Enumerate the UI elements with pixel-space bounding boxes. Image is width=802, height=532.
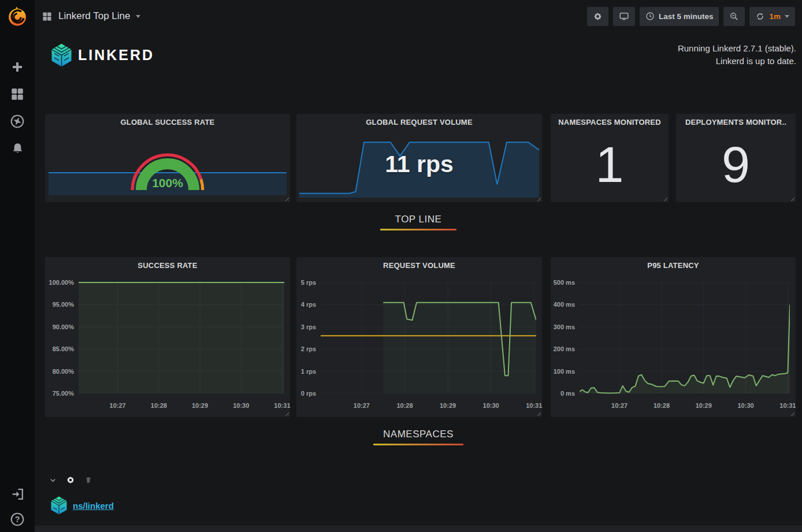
- time-range-button[interactable]: Last 5 minutes: [640, 7, 719, 26]
- panel-namespaces-monitored: NAMESPACES MONITORED 1: [551, 114, 669, 202]
- refresh-interval-label: 1m: [769, 12, 781, 21]
- grafana-logo-icon[interactable]: [5, 4, 29, 28]
- resize-handle[interactable]: [284, 411, 289, 416]
- resize-handle[interactable]: [536, 411, 541, 416]
- plot-area[interactable]: [321, 279, 536, 397]
- panel-title[interactable]: P95 LATENCY: [554, 261, 792, 270]
- dashboard-title-button[interactable]: Linkerd Top Line: [42, 10, 140, 22]
- time-range-label: Last 5 minutes: [659, 12, 714, 21]
- panel-global-success-rate: GLOBAL SUCCESS RATE 100%: [45, 114, 290, 202]
- namespace-link-row: ns/linkerd: [49, 496, 114, 515]
- row-underline: [380, 229, 456, 230]
- brand-label: LINKERD: [78, 47, 154, 64]
- panel-title[interactable]: REQUEST VOLUME: [300, 261, 539, 270]
- row-settings-gear-icon[interactable]: [65, 475, 76, 485]
- big-value: 11 rps: [296, 151, 542, 178]
- panel-global-request-volume: GLOBAL REQUEST VOLUME 11 rps: [296, 114, 542, 202]
- status-line-1: Running Linkerd 2.7.1 (stable).: [678, 42, 796, 55]
- y-axis: 500 ms400 ms300 ms200 ms100 ms0 ms: [551, 279, 580, 397]
- linkerd-logo-icon: [49, 496, 69, 515]
- y-axis: 100.00%95.00%90.00%85.00%80.00%75.00%: [45, 279, 79, 397]
- status-line-2: Linkerd is up to date.: [678, 55, 796, 68]
- plot-area[interactable]: [79, 279, 284, 397]
- row-underline: [373, 444, 463, 445]
- x-axis: 10:2710:2810:2910:3010:31: [79, 402, 284, 411]
- linkerd-logo-icon: [49, 43, 74, 68]
- bottom-strip: [35, 526, 802, 532]
- chevron-down-icon: [785, 15, 789, 18]
- help-icon[interactable]: ?: [9, 511, 25, 527]
- grafana-dashboard: ? Linkerd Top Line: [0, 0, 802, 532]
- panel-request-volume: REQUEST VOLUME 5 rps4 rps3 rps2 rps1 rps…: [296, 257, 542, 417]
- stat-value: 9: [676, 129, 796, 200]
- sign-in-icon[interactable]: [9, 486, 25, 502]
- refresh-icon: [755, 12, 765, 21]
- dashboards-grid-icon[interactable]: [9, 86, 25, 102]
- gauge-value: 100%: [45, 176, 290, 190]
- zoom-out-button[interactable]: [723, 7, 745, 26]
- x-axis: 10:2710:2810:2910:3010:31: [321, 402, 536, 411]
- panel-success-rate: SUCCESS RATE 100.00%95.00%90.00%85.00%80…: [45, 257, 290, 417]
- collapse-chevron-icon[interactable]: [47, 475, 58, 485]
- zoom-out-icon: [729, 12, 739, 21]
- panel-title[interactable]: NAMESPACES MONITORED: [554, 118, 665, 127]
- resize-handle[interactable]: [284, 196, 289, 201]
- row-title: TOP LINE: [35, 214, 802, 225]
- panel-title[interactable]: GLOBAL REQUEST VOLUME: [300, 118, 539, 127]
- row-delete-trash-icon[interactable]: [83, 475, 94, 485]
- panel-p95-latency: P95 LATENCY 500 ms400 ms300 ms200 ms100 …: [551, 257, 796, 417]
- stat-value: 1: [551, 129, 669, 200]
- linkerd-status-text: Running Linkerd 2.7.1 (stable). Linkerd …: [678, 42, 796, 68]
- panel-title[interactable]: DEPLOYMENTS MONITOR..: [680, 118, 792, 127]
- dashboard-settings-button[interactable]: [587, 7, 608, 26]
- clock-icon: [645, 12, 655, 21]
- row-header-top-line[interactable]: TOP LINE: [35, 214, 802, 230]
- row-controls: [47, 475, 94, 485]
- ns-linkerd-link[interactable]: ns/linkerd: [73, 501, 114, 511]
- panel-title[interactable]: GLOBAL SUCCESS RATE: [49, 118, 287, 127]
- x-axis: 10:2710:2810:2910:3010:31: [580, 402, 790, 411]
- refresh-button[interactable]: 1m: [749, 7, 795, 26]
- panel-deployments-monitored: DEPLOYMENTS MONITOR.. 9: [676, 114, 796, 202]
- row-title: NAMESPACES: [35, 429, 802, 440]
- monitor-icon: [619, 11, 629, 21]
- resize-handle[interactable]: [789, 411, 794, 416]
- chevron-down-icon: [136, 15, 140, 18]
- panel-title[interactable]: SUCCESS RATE: [49, 261, 287, 270]
- y-axis: 5 rps4 rps3 rps2 rps1 rps0 rps: [296, 279, 321, 397]
- svg-text:?: ?: [15, 515, 20, 524]
- alerting-bell-icon[interactable]: [9, 140, 25, 157]
- cycle-view-button[interactable]: [613, 7, 635, 26]
- sidebar: ?: [0, 0, 35, 532]
- linkerd-brand: LINKERD: [49, 43, 154, 68]
- row-header-namespaces[interactable]: NAMESPACES: [35, 429, 802, 445]
- explore-compass-icon[interactable]: [9, 113, 25, 129]
- dashboard-grid-icon: [42, 11, 53, 22]
- create-plus-icon[interactable]: [9, 59, 25, 75]
- dashboard-title: Linkerd Top Line: [58, 10, 130, 22]
- top-navbar: Linkerd Top Line Las: [35, 0, 802, 32]
- gear-icon: [593, 12, 603, 21]
- plot-area[interactable]: [580, 279, 790, 397]
